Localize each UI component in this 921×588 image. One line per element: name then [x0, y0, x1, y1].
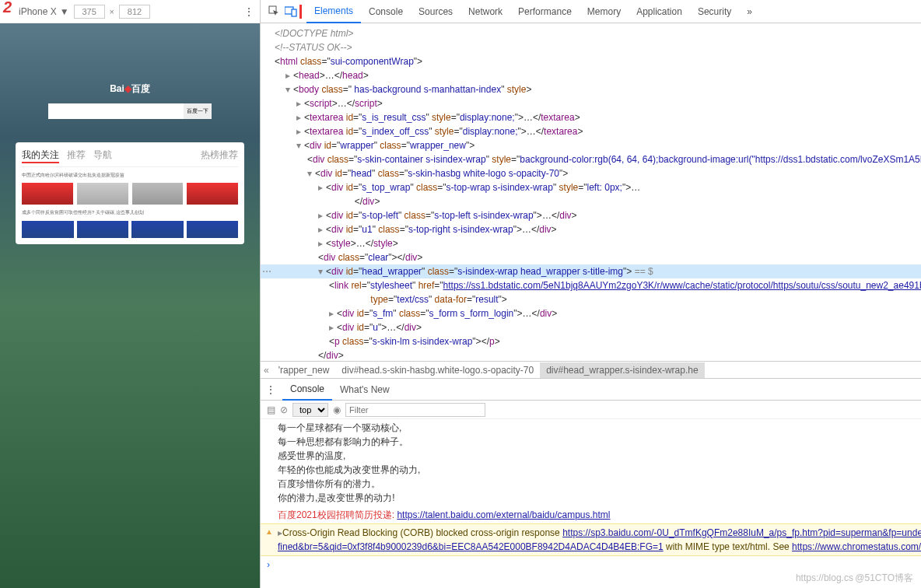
watermark: https://blog.cs @51CTO博客 — [796, 572, 913, 585]
drawer-tabs: ⋮ Console What's New ✕ — [261, 379, 921, 401]
device-emulation-pane: 2 iPhone X ▼ × ⋮ Bai◈百度 百度一下 我的关注 推荐 导航 … — [0, 0, 261, 588]
thumb[interactable] — [187, 183, 238, 205]
dom-node-selected[interactable]: ▾<div id="head_wrapper" class="s-isindex… — [261, 264, 921, 278]
badge[interactable] — [187, 221, 239, 238]
dom-node[interactable]: ▾<div id="wrapper" class="wrapper_new"> — [261, 138, 921, 152]
dom-node[interactable]: ▸<div id="s-top-left" class="s-top-left … — [261, 208, 921, 222]
baidu-search-button[interactable]: 百度一下 — [184, 103, 212, 119]
crumb[interactable]: div#head.s-skin-hasbg.white-logo.s-opaci… — [335, 362, 540, 378]
dom-node[interactable]: ▸<head>…</head> — [261, 68, 921, 82]
dom-tree[interactable]: <!DOCTYPE html> <!--STATUS OK--> <html c… — [261, 23, 921, 361]
tab-sources[interactable]: Sources — [411, 1, 460, 23]
tab-elements[interactable]: Elements — [306, 0, 361, 23]
tab-network[interactable]: Network — [460, 1, 510, 23]
dom-node[interactable]: ▸<div id="u1" class="s-top-right s-isind… — [261, 222, 921, 236]
tab-application[interactable]: Application — [629, 1, 690, 23]
tabs-overflow-icon[interactable]: » — [739, 1, 760, 23]
badge[interactable] — [77, 221, 129, 238]
dimension-separator: × — [110, 7, 114, 16]
news-card: 我的关注 推荐 导航 热榜推荐 中国正式向哈尔滨科研破译交出批失造据新冠疫苗 成… — [16, 142, 244, 244]
inspect-icon[interactable] — [265, 3, 282, 20]
device-toolbar: 2 iPhone X ▼ × ⋮ — [0, 0, 260, 23]
scroll-left-icon[interactable]: « — [261, 365, 272, 376]
thumb[interactable] — [77, 183, 128, 205]
dom-node[interactable]: ▸<div id="u">…</div> — [261, 320, 921, 334]
devtools-pane: Elements Console Sources Network Perform… — [261, 0, 921, 588]
annotation-2: 2 — [3, 0, 12, 16]
sidebar-toggle-icon[interactable]: ▤ — [267, 404, 275, 415]
dom-node[interactable]: ▸<div id="s_top_wrap" class="s-top-wrap … — [261, 180, 921, 208]
log-entry: all_async_search_2e6e014.js:211百度2021校园招… — [261, 506, 921, 523]
dom-node[interactable]: </div> — [261, 348, 921, 361]
dom-node[interactable]: ▸<textarea id="s_is_result_css" style="d… — [261, 110, 921, 124]
drawer-tab-whatsnew[interactable]: What's New — [332, 380, 397, 400]
devtools-main-toolbar: Elements Console Sources Network Perform… — [261, 0, 921, 23]
dom-node[interactable]: <p class="s-skin-lm s-isindex-wrap"></p> — [261, 334, 921, 348]
card-tab-2[interactable]: 推荐 — [67, 149, 86, 163]
baidu-logo: Bai◈百度 — [0, 78, 260, 96]
news-2[interactable]: 成多个同伴反贫贫困可取偿性经历? 关于碳碳,这些事儿创划 — [22, 209, 238, 216]
crumb-selected[interactable]: div#head_wrapper.s-isindex-wrap.he — [540, 362, 704, 378]
log-entry: all_async_search_2e6e014.js:211 每一个星球都有一… — [261, 419, 921, 506]
badge[interactable] — [22, 221, 74, 238]
badge[interactable] — [131, 221, 184, 238]
device-toggle-icon[interactable] — [282, 3, 299, 20]
crumb[interactable]: 'rapper_new — [272, 362, 336, 378]
svg-rect-2 — [292, 9, 296, 16]
console-prompt[interactable] — [261, 556, 921, 573]
baidu-search-bar: 百度一下 — [48, 103, 212, 119]
kebab-menu-icon[interactable]: ⋮ — [243, 5, 255, 18]
tab-security[interactable]: Security — [690, 1, 739, 23]
device-viewport: Bai◈百度 百度一下 我的关注 推荐 导航 热榜推荐 中国正式向哈尔滨科研破译… — [0, 23, 260, 588]
dom-node[interactable]: <!--STATUS OK--> — [261, 40, 921, 54]
thumb[interactable] — [132, 183, 184, 205]
console-filter-input[interactable] — [345, 403, 485, 417]
news-1[interactable]: 中国正式向哈尔滨科研破译交出批失造据新冠疫苗 — [22, 172, 238, 179]
clear-console-icon[interactable]: ⊘ — [280, 404, 288, 415]
card-tab-3[interactable]: 导航 — [93, 149, 112, 163]
tab-memory[interactable]: Memory — [580, 1, 629, 23]
device-height-input[interactable] — [119, 5, 150, 19]
dom-node[interactable]: ▾<body class=" has-background s-manhatta… — [261, 82, 921, 96]
console-drawer: ⋮ Console What's New ✕ ▤ ⊘ top ◉ Default… — [261, 378, 921, 588]
thumb[interactable] — [22, 183, 73, 205]
log-warning: ▸Cross-Origin Read Blocking (CORB) block… — [261, 523, 921, 556]
tab-console[interactable]: Console — [361, 1, 411, 23]
recording-indicator — [299, 5, 302, 19]
dom-node[interactable]: <div class="s-skin-container s-isindex-w… — [261, 152, 921, 166]
dom-node[interactable]: ▾<div id="head" class="s-skin-hasbg whit… — [261, 166, 921, 180]
dom-node[interactable]: <link rel="stylesheet" href="https://ss1… — [261, 278, 921, 306]
dom-node[interactable]: <html class="sui-componentWrap"> — [261, 54, 921, 68]
device-name: iPhone X — [19, 6, 57, 17]
dom-node[interactable]: <!DOCTYPE html> — [261, 26, 921, 40]
console-toolbar: ▤ ⊘ top ◉ Default levels ▼ 5 hidden ⚙ — [261, 401, 921, 419]
phone-frame[interactable]: Bai◈百度 百度一下 我的关注 推荐 导航 热榜推荐 中国正式向哈尔滨科研破译… — [0, 23, 260, 588]
chevron-down-icon: ▼ — [60, 6, 69, 17]
elements-panel: <!DOCTYPE html> <!--STATUS OK--> <html c… — [261, 23, 921, 361]
card-tab-1[interactable]: 我的关注 — [22, 149, 59, 163]
tab-performance[interactable]: Performance — [510, 1, 580, 23]
drawer-tab-console[interactable]: Console — [282, 379, 332, 401]
device-selector[interactable]: iPhone X ▼ — [5, 6, 69, 17]
dom-node[interactable]: <div class="clear"></div> — [261, 250, 921, 264]
card-tab-ref[interactable]: 热榜推荐 — [201, 149, 238, 163]
eye-icon[interactable]: ◉ — [333, 404, 341, 415]
dom-node[interactable]: ▸<textarea id="s_index_off_css" style="d… — [261, 124, 921, 138]
drawer-menu-icon[interactable]: ⋮ — [265, 383, 276, 396]
device-width-input[interactable] — [74, 5, 105, 19]
breadcrumb: « 'rapper_new div#head.s-skin-hasbg.whit… — [261, 361, 921, 378]
baidu-search-input[interactable] — [48, 103, 184, 119]
dom-node[interactable]: ▸<style>…</style> — [261, 236, 921, 250]
dom-node[interactable]: ▸<div id="s_fm" class="s_form s_form_log… — [261, 306, 921, 320]
main-tabs: Elements Console Sources Network Perform… — [306, 0, 760, 23]
console-output[interactable]: all_async_search_2e6e014.js:211 每一个星球都有一… — [261, 419, 921, 588]
dom-node[interactable]: ▸<script>…</script> — [261, 96, 921, 110]
context-selector[interactable]: top — [292, 403, 328, 417]
